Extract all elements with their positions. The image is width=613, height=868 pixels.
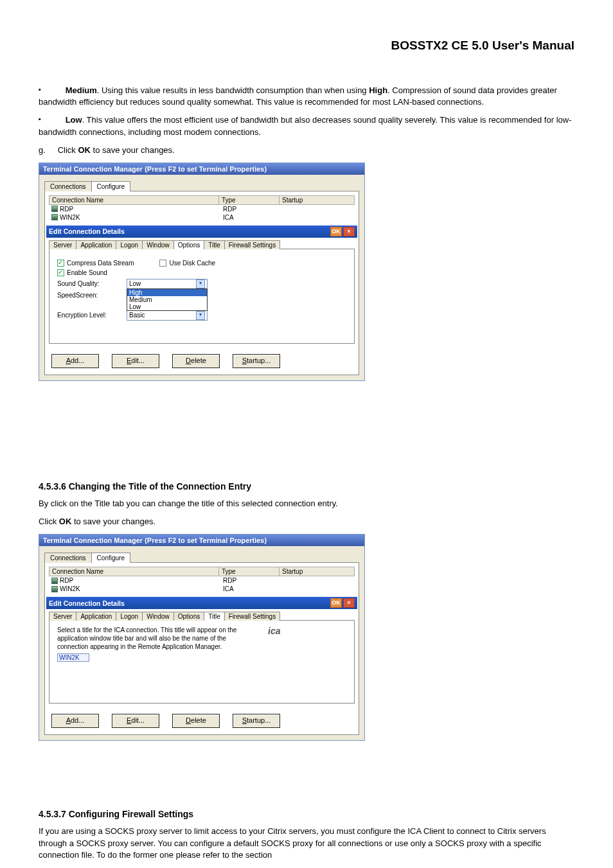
tab-options[interactable]: Options — [173, 612, 204, 621]
tab-title[interactable]: Title — [204, 240, 225, 249]
startup-button[interactable]: Startup... — [233, 354, 280, 368]
btn-text: dit... — [131, 357, 145, 364]
step-letter-g: g. — [39, 145, 55, 156]
encryption-label: Encryption Level: — [57, 312, 116, 319]
encryption-dropdown[interactable]: Basic ▾ — [127, 310, 208, 321]
dropdown-value: Low — [129, 280, 141, 287]
connection-table-header: Connection Name Type Startup — [49, 195, 355, 205]
medium-label: Medium — [66, 85, 97, 95]
checkbox-icon[interactable] — [57, 269, 64, 276]
outer-tab-panel: Connection Name Type Startup RDP RDP WIN… — [44, 191, 359, 375]
tab-firewall-settings[interactable]: Firewall Settings — [224, 612, 280, 621]
col-connection-name[interactable]: Connection Name — [49, 195, 218, 205]
inner-tabs: ServerApplicationLogonWindowOptionsTitle… — [45, 609, 359, 621]
dropdown-item-medium[interactable]: Medium — [127, 296, 207, 303]
section-heading-title: 4.5.3.6 Changing the Title of the Connec… — [39, 481, 574, 492]
tab-server[interactable]: Server — [49, 240, 76, 249]
dialog-close-button[interactable]: × — [343, 598, 355, 608]
tab-configure[interactable]: Configure — [91, 181, 130, 191]
window: Terminal Connection Manager (Press F2 to… — [39, 534, 365, 741]
dropdown-item-low[interactable]: Low — [127, 303, 207, 310]
startup-button[interactable]: Startup... — [233, 714, 280, 728]
delete-button[interactable]: Delete — [172, 354, 220, 368]
outer-tabs: ConnectionsConfigure — [39, 175, 364, 191]
tab-logon[interactable]: Logon — [116, 240, 143, 249]
low-text: . This value offers the most efficient u… — [39, 115, 572, 136]
dialog-ok-button[interactable]: OK — [330, 598, 342, 608]
paragraph-low: ▪ Low. This value offers the most effici… — [39, 114, 574, 137]
inner-tabs: ServerApplicationLogonWindowOptionsTitle… — [45, 238, 359, 249]
col-startup[interactable]: Startup — [279, 567, 355, 576]
sound-quality-dropdown[interactable]: Low ▾ — [127, 279, 208, 289]
btn-text: tartup... — [247, 357, 271, 364]
firewall-paragraph: If you are using a SOCKS proxy server to… — [39, 826, 574, 861]
btn-text: dd... — [71, 357, 84, 364]
tab-application[interactable]: Application — [76, 612, 116, 621]
checkbox-cache-row[interactable]: Use Disk Cache — [159, 260, 215, 267]
table-row[interactable]: WIN2K ICA — [49, 213, 355, 222]
checkbox-icon[interactable] — [57, 260, 64, 267]
title-panel: Select a title for the ICA connection. T… — [49, 620, 355, 704]
row-type: ICA — [220, 213, 280, 222]
connection-table-header: Connection Name Type Startup — [49, 567, 355, 576]
monitor-icon — [51, 586, 58, 592]
add-button[interactable]: Add... — [51, 354, 99, 368]
tab-connections[interactable]: Connections — [44, 553, 92, 563]
row-type: RDP — [220, 205, 280, 213]
tab-options[interactable]: Options — [173, 240, 204, 249]
bullet-icon: ▪ — [39, 114, 63, 124]
medium-text-1: . Using this value results in less bandw… — [97, 85, 369, 95]
btn-text: elete — [191, 716, 206, 724]
step-g-text-1: Click — [58, 145, 78, 155]
p2-ok: OK — [59, 517, 72, 526]
chevron-down-icon[interactable]: ▾ — [196, 279, 205, 288]
add-button[interactable]: Add... — [51, 714, 99, 728]
checkbox-sound-row[interactable]: Enable Sound — [57, 269, 346, 276]
section-heading-firewall: 4.5.3.7 Configuring Firewall Settings — [39, 809, 574, 819]
window-titlebar: Terminal Connection Manager (Press F2 to… — [39, 163, 364, 175]
p2-text-a: Click — [39, 517, 59, 526]
col-type[interactable]: Type — [218, 567, 279, 576]
dropdown-item-high[interactable]: High — [127, 289, 207, 296]
table-row[interactable]: RDP RDP — [49, 576, 355, 585]
bullet-icon: ▪ — [39, 85, 63, 94]
col-connection-name[interactable]: Connection Name — [49, 567, 218, 576]
edit-button[interactable]: Edit... — [112, 714, 159, 728]
tab-logon[interactable]: Logon — [116, 612, 143, 621]
tab-configure[interactable]: Configure — [91, 553, 130, 563]
checkbox-compress-row[interactable]: Compress Data Stream — [57, 260, 134, 267]
col-startup[interactable]: Startup — [279, 195, 355, 205]
tab-connections[interactable]: Connections — [44, 181, 92, 191]
col-type[interactable]: Type — [218, 195, 279, 205]
chevron-down-icon[interactable]: ▾ — [196, 311, 205, 320]
ica-icon: ica — [268, 626, 280, 636]
window-titlebar: Terminal Connection Manager (Press F2 to… — [39, 535, 364, 546]
p2-text-b: to save your changes. — [71, 517, 155, 526]
tab-application[interactable]: Application — [76, 240, 116, 249]
edit-button[interactable]: Edit... — [112, 354, 159, 368]
dialog-title-text: Edit Connection Details — [49, 227, 125, 235]
table-row[interactable]: WIN2K ICA — [49, 585, 355, 593]
delete-button[interactable]: Delete — [172, 714, 220, 728]
table-row[interactable]: RDP RDP — [49, 205, 355, 213]
title-input[interactable]: WIN2K — [57, 653, 89, 662]
title-paragraph-1: By click on the Title tab you can change… — [39, 498, 574, 509]
paragraph-medium: ▪ Medium. Using this value results in le… — [39, 85, 574, 108]
tab-firewall-settings[interactable]: Firewall Settings — [224, 240, 280, 249]
tab-server[interactable]: Server — [49, 612, 76, 621]
checkbox-icon[interactable] — [159, 260, 166, 267]
row-name: WIN2K — [60, 214, 80, 221]
tab-title[interactable]: Title — [204, 612, 225, 621]
btn-text: dd... — [71, 716, 84, 724]
dialog-close-button[interactable]: × — [343, 227, 355, 236]
figure-title-dialog: Terminal Connection Manager (Press F2 to… — [39, 534, 574, 741]
dropdown-value: Basic — [129, 312, 145, 319]
title-description: Select a title for the ICA connection. T… — [57, 626, 256, 651]
dialog-ok-button[interactable]: OK — [330, 227, 342, 236]
tab-window[interactable]: Window — [142, 240, 174, 249]
tab-window[interactable]: Window — [142, 612, 174, 621]
row-type: RDP — [220, 576, 280, 585]
low-label: Low — [66, 115, 82, 125]
checkbox-sound-label: Enable Sound — [67, 269, 107, 276]
high-label: High — [369, 85, 387, 95]
